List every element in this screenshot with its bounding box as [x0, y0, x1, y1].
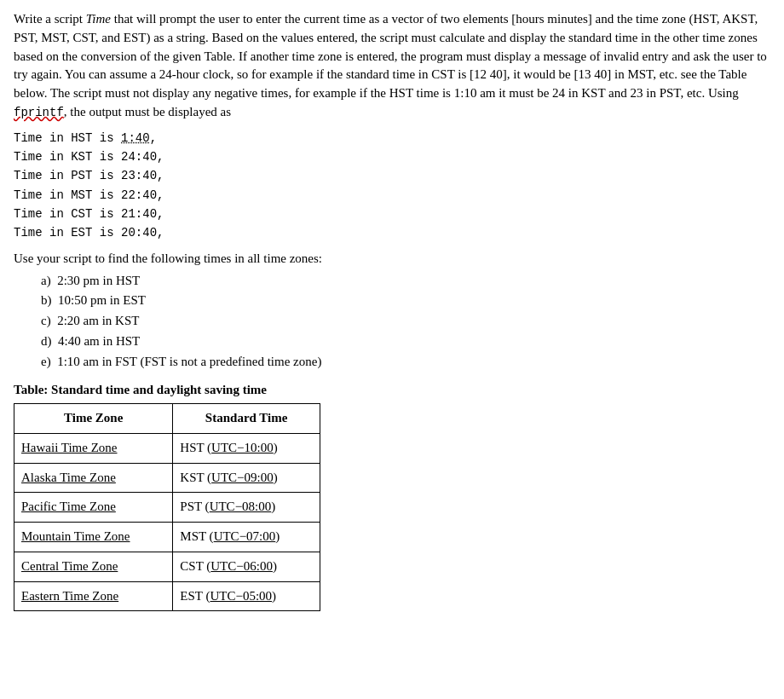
- timezone-table: Time Zone Standard Time Hawaii Time Zone…: [14, 403, 320, 611]
- tz-hawaii: Hawaii Time Zone: [14, 433, 173, 463]
- col-header-timezone: Time Zone: [14, 404, 173, 434]
- code-line-6: Time in EST is 20:40,: [14, 223, 770, 242]
- ex-c-label: c): [41, 314, 57, 327]
- use-script-label: Use your script to find the following ti…: [14, 250, 770, 269]
- ex-d-text: 4:40 am in HST: [58, 334, 140, 348]
- std-eastern: EST (UTC−05:00): [173, 581, 320, 611]
- code-line-3: Time in PST is 23:40,: [14, 166, 770, 185]
- std-alaska: KST (UTC−09:00): [173, 463, 320, 493]
- tz-pacific: Pacific Time Zone: [14, 493, 173, 523]
- italic-time: Time: [86, 12, 111, 26]
- table-row: Eastern Time Zone EST (UTC−05:00): [14, 581, 320, 611]
- code-line-4: Time in MST is 22:40,: [14, 186, 770, 205]
- table-caption: Table: Standard time and daylight saving…: [14, 381, 770, 400]
- tz-eastern: Eastern Time Zone: [14, 581, 173, 611]
- ex-b-text: 10:50 pm in EST: [58, 293, 146, 307]
- ex-d-label: d): [41, 334, 58, 348]
- fprintf-code: fprintf: [14, 106, 64, 119]
- exercise-d: d) 4:40 am in HST: [41, 332, 770, 351]
- table-row: Central Time Zone CST (UTC−06:00): [14, 552, 320, 581]
- exercise-b: b) 10:50 pm in EST: [41, 292, 770, 310]
- intro-paragraph: Write a script Time that will prompt the…: [14, 10, 770, 122]
- exercise-e: e) 1:10 am in FST (FST is not a predefin…: [41, 353, 770, 372]
- exercise-a: a) 2:30 pm in HST: [41, 272, 770, 291]
- tz-central: Central Time Zone: [14, 552, 173, 581]
- table-row: Mountain Time Zone MST (UTC−07:00): [14, 523, 320, 552]
- code-line-2: Time in KST is 24:40,: [14, 147, 770, 166]
- exercises-list: a) 2:30 pm in HST b) 10:50 pm in EST c) …: [41, 272, 770, 372]
- code-line-5: Time in CST is 21:40,: [14, 205, 770, 223]
- page-content: Write a script Time that will prompt the…: [14, 10, 770, 611]
- ex-a-label: a): [41, 274, 57, 287]
- std-central: CST (UTC−06:00): [173, 552, 320, 581]
- code-output-block: Time in HST is 1:40, Time in KST is 24:4…: [14, 129, 770, 243]
- table-row: Pacific Time Zone PST (UTC−08:00): [14, 493, 320, 523]
- code-line-1: Time in HST is 1:40,: [14, 129, 770, 147]
- std-pacific: PST (UTC−08:00): [173, 493, 320, 523]
- ex-c-text: 2:20 am in KST: [57, 314, 139, 327]
- std-mountain: MST (UTC−07:00): [173, 523, 320, 552]
- table-row: Hawaii Time Zone HST (UTC−10:00): [14, 433, 320, 463]
- col-header-standard: Standard Time: [173, 404, 320, 434]
- ex-b-label: b): [41, 293, 58, 307]
- ex-e-label: e): [41, 355, 57, 368]
- ex-a-text: 2:30 pm in HST: [57, 274, 140, 287]
- table-row: Alaska Time Zone KST (UTC−09:00): [14, 463, 320, 493]
- std-hawaii: HST (UTC−10:00): [173, 433, 320, 463]
- tz-mountain: Mountain Time Zone: [14, 523, 173, 552]
- table-header-row: Time Zone Standard Time: [14, 404, 320, 434]
- exercise-c: c) 2:20 am in KST: [41, 312, 770, 331]
- tz-alaska: Alaska Time Zone: [14, 463, 173, 493]
- ex-e-text: 1:10 am in FST (FST is not a predefined …: [57, 355, 321, 368]
